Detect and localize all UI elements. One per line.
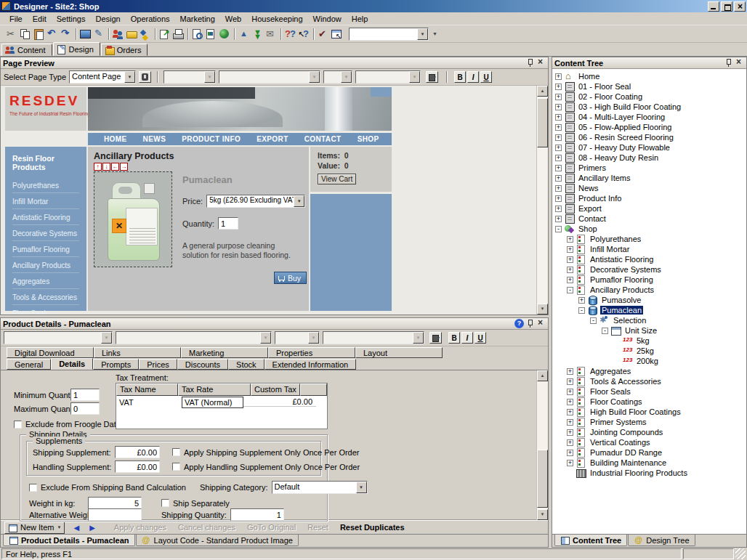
site-nav-link[interactable]: EXPORT — [249, 135, 296, 143]
tree-toggle-icon[interactable]: + — [567, 256, 573, 263]
tree-item-label[interactable]: 04 - Multi-Layer Flooring — [577, 113, 666, 121]
tree-toggle-icon[interactable]: + — [555, 104, 562, 110]
shipping-quantity-input[interactable] — [230, 508, 284, 521]
site-sidebar-link[interactable]: Polyurethanes — [12, 177, 79, 193]
apply-shipping-once-checkbox[interactable] — [172, 448, 180, 456]
site-sidebar-link[interactable]: Tools & Accessories — [12, 289, 79, 305]
details-scrollbar[interactable]: ▲ ▼ — [536, 370, 548, 520]
move-arrow-icon[interactable]: → — [120, 163, 128, 171]
tree-item[interactable]: + Primers — [552, 163, 746, 173]
buy-button[interactable]: Buy — [274, 272, 307, 284]
toolbar-icon[interactable] — [139, 28, 153, 41]
format-button[interactable]: I — [467, 71, 479, 83]
tree-toggle-icon[interactable]: + — [555, 145, 562, 151]
tree-toggle-icon[interactable]: + — [567, 419, 573, 426]
tree-item[interactable]: - Unit Size — [552, 325, 746, 336]
tree-item-label[interactable]: Selection — [612, 316, 647, 325]
tree-item-label[interactable]: Primer Systems — [589, 418, 648, 426]
tree-item-label[interactable]: Vertical Coatings — [589, 438, 652, 447]
tree-item[interactable]: + 02 - Floor Coating — [552, 92, 746, 102]
tree-item-label[interactable]: Floor Seals — [589, 387, 632, 396]
tree-item-label[interactable]: Aggregates — [589, 367, 632, 376]
resize-grip[interactable] — [735, 548, 746, 559]
tree-item[interactable]: + Export — [552, 203, 746, 214]
tree-toggle-icon[interactable]: + — [567, 368, 573, 375]
tree-toggle-icon[interactable]: + — [555, 84, 562, 90]
tree-item-label[interactable]: Decorative Systems — [589, 265, 663, 274]
tree-toggle-icon[interactable]: + — [555, 73, 562, 80]
tree-tab[interactable]: Design Tree — [628, 535, 695, 546]
tree-toggle-icon[interactable]: + — [567, 267, 573, 273]
site-sidebar-link[interactable]: Infill Mortar — [12, 193, 79, 209]
tree-item[interactable]: + Decorative Systems — [552, 264, 746, 275]
toolbar-icon[interactable] — [316, 28, 330, 41]
tree-item-label[interactable]: Tools & Accessories — [589, 377, 663, 386]
scroll-down-icon[interactable]: ▼ — [537, 304, 548, 315]
tree-item-label[interactable]: Floor Coatings — [589, 397, 644, 406]
tree-item-label[interactable]: Pumaclean — [600, 306, 643, 315]
tree-item[interactable]: + Floor Seals — [552, 386, 746, 397]
menu-item[interactable]: Help — [347, 13, 374, 25]
handling-supplement-input[interactable] — [115, 460, 160, 473]
tree-item-label[interactable]: 02 - Floor Coating — [577, 92, 644, 101]
toolbar-icon[interactable] — [251, 28, 265, 41]
restore-button[interactable] — [721, 1, 732, 12]
toolbar-icon[interactable] — [265, 28, 278, 41]
site-sidebar-link[interactable]: Floor Seals — [12, 305, 79, 315]
tree-toggle-icon[interactable]: + — [567, 389, 573, 395]
tree-item-label[interactable]: Ancillary Items — [577, 174, 632, 182]
toolbar-icon[interactable] — [73, 28, 78, 41]
footer-button[interactable]: Reset — [307, 523, 328, 532]
toolbar-search-combo[interactable]: ▼ — [349, 28, 429, 41]
site-logo[interactable]: RESDEV The Future of Industrial Resin Fl… — [5, 87, 86, 131]
tree-item-label[interactable]: Polyurethanes — [589, 235, 642, 243]
tree-item[interactable]: + Pumaflor Flooring — [552, 275, 746, 285]
main-tab[interactable]: Content — [1, 44, 52, 56]
tree-toggle-icon[interactable]: + — [555, 94, 562, 100]
toolbar-icon[interactable] — [171, 28, 185, 41]
site-nav-link[interactable]: NEWS — [136, 135, 174, 143]
tree-item-label[interactable]: Pumaflor Flooring — [589, 275, 655, 284]
tree-item-label[interactable]: 08 - Heavy Duty Resin — [577, 153, 660, 162]
menu-item[interactable]: Design — [90, 13, 125, 25]
document-tab[interactable]: Product Details - Pumaclean — [3, 535, 135, 546]
details-tab[interactable]: Details — [51, 358, 93, 370]
tree-toggle-icon[interactable]: + — [555, 195, 562, 202]
site-sidebar-link[interactable]: Ancillary Products — [12, 257, 79, 273]
menu-item[interactable]: Web — [220, 13, 246, 25]
tree-item-label[interactable]: High Build Floor Coatings — [589, 407, 682, 416]
tree-item-label[interactable]: Infill Mortar — [589, 245, 631, 253]
menu-item[interactable]: File — [4, 13, 28, 25]
scrollbar-thumb[interactable] — [537, 98, 548, 147]
tree-item[interactable]: + 01 - Floor Seal — [552, 81, 746, 92]
format-button[interactable]: B — [454, 71, 466, 83]
minimum-quantity-input[interactable] — [70, 389, 100, 401]
toolbar-icon[interactable] — [204, 28, 218, 41]
toolbar-icon[interactable] — [46, 28, 60, 41]
tree-item[interactable]: + Polyurethanes — [552, 234, 746, 244]
format-button[interactable]: U — [475, 332, 486, 344]
tree-toggle-icon[interactable]: + — [555, 134, 562, 141]
tree-item-label[interactable]: 07 - Heavy Duty Flowable — [577, 143, 671, 152]
tree-item[interactable]: - Shop — [552, 224, 746, 234]
format-button[interactable]: B — [448, 332, 460, 344]
footer-button[interactable]: Reset Duplicates — [340, 523, 405, 532]
menu-item[interactable]: Settings — [52, 13, 91, 25]
footer-button[interactable]: Cancel changes — [178, 523, 235, 532]
alternative-weight-input[interactable] — [88, 508, 142, 521]
tree-item-label[interactable]: Pumadur DD Range — [589, 448, 663, 457]
format-button[interactable]: I — [461, 332, 473, 344]
toolbar-icon[interactable] — [232, 28, 237, 41]
tree-item[interactable]: 5kg — [552, 336, 746, 346]
toolbar-icon[interactable] — [190, 28, 204, 41]
toolbar-icon[interactable] — [158, 28, 171, 41]
move-arrow-icon[interactable]: ↓ — [102, 163, 110, 171]
product-image[interactable]: ✕ — [94, 171, 172, 267]
tree-item[interactable]: + Building Maintenance — [552, 458, 746, 468]
pin-icon[interactable] — [724, 58, 733, 68]
toolbar-icon[interactable] — [218, 28, 232, 41]
document-tab[interactable]: Layout Code - Standard Product Image — [136, 535, 299, 546]
tree-item[interactable]: + Primer Systems — [552, 417, 746, 427]
page-properties-icon[interactable] — [139, 71, 151, 83]
main-tab[interactable]: Orders — [101, 44, 148, 56]
